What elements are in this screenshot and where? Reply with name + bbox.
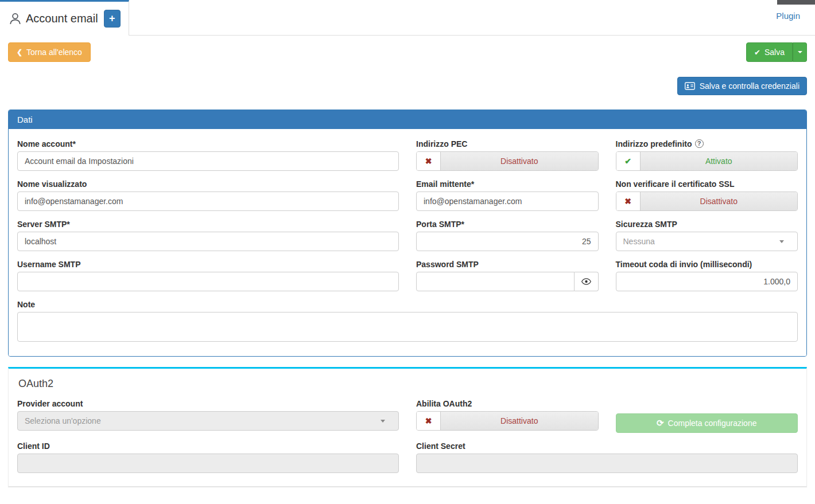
plus-icon: + [109,13,115,25]
toolbar-row-2: Salva e controlla credenziali [8,77,807,96]
tabbar-divider [129,35,815,36]
check-icon: ✔ [754,48,760,57]
timeout-input[interactable] [616,272,798,291]
save-split-button: ✔ Salva [746,42,807,62]
nome-visualizzato-input[interactable] [17,192,399,211]
dati-panel-header: Dati [9,110,806,129]
user-icon [8,11,22,26]
form-row: Nome account* Indirizzo PEC ✖ Disattivat… [9,139,806,179]
username-smtp-input[interactable] [17,272,399,291]
indirizzo-pec-state: Disattivato [441,152,598,170]
chevron-left-icon: ❮ [17,48,22,56]
ssl-toggle[interactable]: ✖ Disattivato [616,192,798,211]
save-and-check-credentials-button[interactable]: Salva e controlla credenziali [677,77,807,95]
dati-panel-body: Nome account* Indirizzo PEC ✖ Disattivat… [9,129,806,356]
username-smtp-label: Username SMTP [17,260,399,269]
form-row: Server SMTP* Porta SMTP* Sicurezza SMTP … [9,220,806,260]
check-icon: ✔ [616,152,641,170]
email-mittente-label: Email mittente* [416,179,599,189]
x-icon: ✖ [417,412,441,430]
save-check-label: Salva e controlla credenziali [700,81,800,91]
provider-account-label: Provider account [17,399,399,408]
abilita-oauth2-label: Abilita OAuth2 [416,399,599,408]
address-card-icon [685,82,695,90]
content-area: ❮ Torna all'elenco ✔ Salva [0,36,815,487]
porta-smtp-label: Porta SMTP* [416,220,599,229]
indirizzo-predefinito-state: Attivato [641,152,798,170]
client-secret-input[interactable] [416,454,798,473]
completa-configurazione-button[interactable]: ⟳ Completa configurazione [616,413,798,433]
oauth2-box: OAuth2 Provider account Seleziona un'opz… [8,367,807,487]
password-smtp-input[interactable] [416,272,575,291]
sicurezza-smtp-select[interactable]: Nessuna [616,232,798,251]
nome-account-input[interactable] [17,151,399,171]
eye-icon [581,278,591,285]
sicurezza-smtp-label: Sicurezza SMTP [616,220,798,229]
toolbar-row-1: ❮ Torna all'elenco ✔ Salva [8,42,807,65]
client-id-label: Client ID [17,442,399,451]
abilita-oauth2-state: Disattivato [441,412,598,430]
x-icon: ✖ [417,152,441,170]
nome-account-label: Nome account* [17,139,399,149]
client-id-input[interactable] [17,454,399,473]
save-button-label: Salva [764,48,785,57]
oauth2-title: OAuth2 [18,378,798,390]
save-dropdown-toggle[interactable] [793,42,807,62]
timeout-label: Timeout coda di invio (millisecondi) [616,260,798,269]
tab-bar: Account email + Plugin [0,0,815,36]
porta-smtp-input[interactable] [416,232,599,251]
caret-down-icon [779,240,784,243]
help-icon[interactable]: ? [695,139,704,148]
tab-account-email[interactable]: Account email + [0,0,129,36]
form-row: Nome visualizzato Email mittente* Non ve… [9,179,806,220]
note-label: Note [17,300,798,309]
page: Account email + Plugin ❮ Torna all'elenc… [0,0,815,504]
add-account-button[interactable]: + [104,10,121,28]
ssl-state: Disattivato [641,192,798,210]
caret-down-icon [381,420,385,423]
note-textarea[interactable] [17,312,798,342]
x-icon: ✖ [616,192,641,210]
dati-panel: Dati Nome account* Indirizzo PEC ✖ Disat… [8,110,807,357]
indirizzo-pec-label: Indirizzo PEC [416,139,599,149]
form-row: Client ID Client Secret [9,442,806,482]
show-password-button[interactable] [575,272,599,291]
form-row: Provider account Seleziona un'opzione Ab… [9,399,806,442]
caret-down-icon [798,51,802,53]
back-to-list-button[interactable]: ❮ Torna all'elenco [8,42,91,62]
server-smtp-input[interactable] [17,232,399,251]
indirizzo-predefinito-label: Indirizzo predefinito? [616,139,798,149]
indirizzo-predefinito-toggle[interactable]: ✔ Attivato [616,151,798,171]
password-smtp-label: Password SMTP [416,260,599,269]
nome-visualizzato-label: Nome visualizzato [17,179,399,189]
save-button[interactable]: ✔ Salva [746,42,793,62]
completa-configurazione-label: Completa configurazione [668,419,757,428]
indirizzo-pec-toggle[interactable]: ✖ Disattivato [416,151,599,171]
ssl-label: Non verificare il certificato SSL [616,179,798,189]
form-row: Username SMTP Password SMTP [9,260,806,300]
email-mittente-input[interactable] [416,192,599,211]
back-button-label: Torna all'elenco [26,48,82,57]
abilita-oauth2-toggle[interactable]: ✖ Disattivato [416,411,599,431]
server-smtp-label: Server SMTP* [17,220,399,229]
form-row: Note [9,300,806,353]
sicurezza-smtp-value: Nessuna [616,232,798,251]
client-secret-label: Client Secret [416,442,798,451]
provider-account-select[interactable]: Seleziona un'opzione [17,411,399,431]
plugin-link[interactable]: Plugin [776,11,800,21]
page-title: Account email [26,12,98,25]
provider-account-placeholder: Seleziona un'opzione [17,411,399,431]
sync-icon: ⟳ [657,418,664,428]
